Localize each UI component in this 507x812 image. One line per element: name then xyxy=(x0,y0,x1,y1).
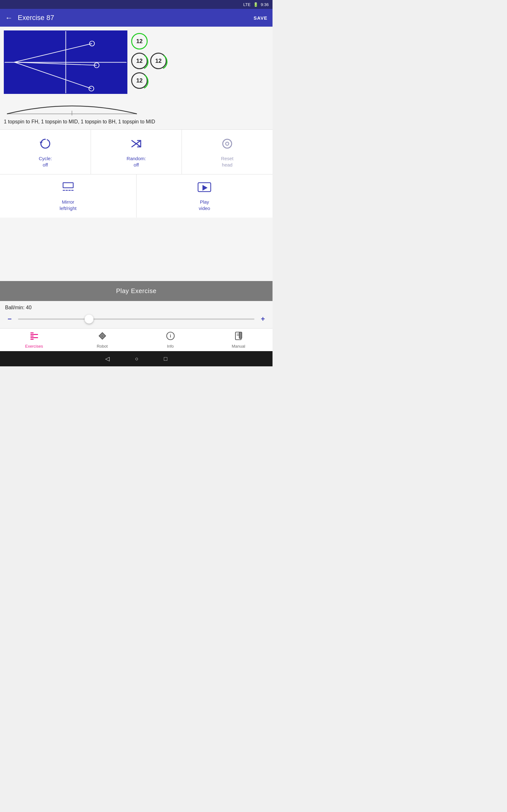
svg-rect-28 xyxy=(31,339,34,340)
android-back-button[interactable]: ◁ xyxy=(105,355,110,362)
svg-text:✳: ✳ xyxy=(101,335,104,338)
cycle-icon xyxy=(39,137,52,153)
slider-track[interactable] xyxy=(18,318,255,320)
shot-row-2: 12 12 xyxy=(131,53,167,69)
nav-robot[interactable]: ✳ Robot xyxy=(68,328,136,351)
description-text: 1 topspin to FH, 1 topspin to MID, 1 top… xyxy=(4,119,155,124)
bottom-nav: Exercises ✳ Robot i Info xyxy=(0,328,273,351)
robot-icon: ✳ xyxy=(98,332,107,343)
shot-circle-1: 12 xyxy=(131,33,148,49)
exercises-icon xyxy=(30,332,39,343)
robot-label: Robot xyxy=(97,344,108,349)
lte-icon: LTE xyxy=(243,2,250,7)
diagram-area: 12 12 12 xyxy=(0,27,273,94)
play-video-icon xyxy=(198,182,211,196)
svg-point-9 xyxy=(152,54,167,69)
page-title: Exercise 87 xyxy=(18,14,253,22)
svg-point-8 xyxy=(133,54,148,69)
svg-rect-27 xyxy=(31,337,38,338)
play-video-button[interactable]: Play video xyxy=(136,174,273,217)
status-bar: LTE 🔋 9:36 xyxy=(0,0,273,9)
mirror-button[interactable]: Mirror left/right xyxy=(0,174,136,217)
slider-fill xyxy=(18,318,89,320)
svg-marker-23 xyxy=(203,185,208,191)
svg-point-7 xyxy=(89,86,94,91)
android-home-button[interactable]: ○ xyxy=(135,356,138,362)
svg-rect-24 xyxy=(31,333,34,334)
svg-point-16 xyxy=(226,142,229,145)
random-icon xyxy=(130,137,143,153)
arc-diagram xyxy=(4,96,269,115)
slider-row: − + xyxy=(5,314,268,324)
decrease-button[interactable]: − xyxy=(5,314,14,324)
save-button[interactable]: SAVE xyxy=(253,15,268,20)
svg-rect-35 xyxy=(239,332,242,339)
cycle-label: Cycle: off xyxy=(39,155,52,168)
manual-icon xyxy=(234,332,243,343)
exercise-description: 1 topspin to FH, 1 topspin to MID, 1 top… xyxy=(0,115,273,130)
shot-circle-4: 12 xyxy=(131,72,148,89)
ball-control-label: Ball/min: 40 xyxy=(5,305,268,310)
status-icons: LTE 🔋 9:36 xyxy=(243,2,269,7)
play-exercise-button[interactable]: Play Exercise xyxy=(0,281,273,301)
nav-info[interactable]: i Info xyxy=(136,328,205,351)
app-header: ← Exercise 87 SAVE xyxy=(0,9,273,27)
shot-indicators: 12 12 12 xyxy=(131,31,167,89)
exercises-label: Exercises xyxy=(25,344,43,349)
action-grid-row1: Cycle: off Random: off xyxy=(0,130,273,174)
svg-rect-26 xyxy=(31,336,34,337)
action-grid-row2: Mirror left/right Play video xyxy=(0,174,273,217)
svg-line-2 xyxy=(14,44,92,62)
reset-head-button[interactable]: Reset head xyxy=(182,130,273,174)
shot-num-1: 12 xyxy=(136,38,143,45)
content-spacer xyxy=(0,217,273,281)
ball-control: Ball/min: 40 − + xyxy=(0,301,273,328)
svg-text:i: i xyxy=(170,334,171,339)
nav-manual[interactable]: Manual xyxy=(205,328,273,351)
battery-icon: 🔋 xyxy=(253,2,258,7)
slider-thumb[interactable] xyxy=(84,315,94,323)
svg-point-15 xyxy=(223,139,232,148)
mirror-icon xyxy=(62,182,74,196)
svg-line-3 xyxy=(14,62,97,65)
svg-line-4 xyxy=(14,62,91,89)
reset-head-label: Reset head xyxy=(221,155,233,168)
manual-label: Manual xyxy=(232,344,245,349)
android-recent-button[interactable]: □ xyxy=(164,356,167,362)
android-nav-bar: ◁ ○ □ xyxy=(0,351,273,366)
random-label: Random: off xyxy=(127,155,146,168)
play-video-label: Play video xyxy=(199,199,210,211)
increase-button[interactable]: + xyxy=(258,314,268,324)
svg-rect-25 xyxy=(31,334,38,335)
table-svg xyxy=(4,31,127,93)
shot-circle-3: 12 xyxy=(150,53,167,69)
info-label: Info xyxy=(167,344,174,349)
random-button[interactable]: Random: off xyxy=(91,130,181,174)
svg-rect-17 xyxy=(63,183,73,188)
back-button[interactable]: ← xyxy=(5,13,13,22)
reset-head-icon xyxy=(221,137,233,153)
arc-svg xyxy=(4,96,140,115)
shot-row-1: 12 xyxy=(131,33,167,49)
table-diagram xyxy=(4,31,127,94)
svg-point-10 xyxy=(133,74,148,89)
cycle-button[interactable]: Cycle: off xyxy=(0,130,91,174)
time: 9:36 xyxy=(261,2,269,7)
mirror-label: Mirror left/right xyxy=(60,199,76,211)
nav-exercises[interactable]: Exercises xyxy=(0,328,68,351)
shot-circle-2: 12 xyxy=(131,53,148,69)
info-icon: i xyxy=(166,332,175,343)
main-content: 12 12 12 xyxy=(0,27,273,351)
shot-row-3: 12 xyxy=(131,72,167,89)
